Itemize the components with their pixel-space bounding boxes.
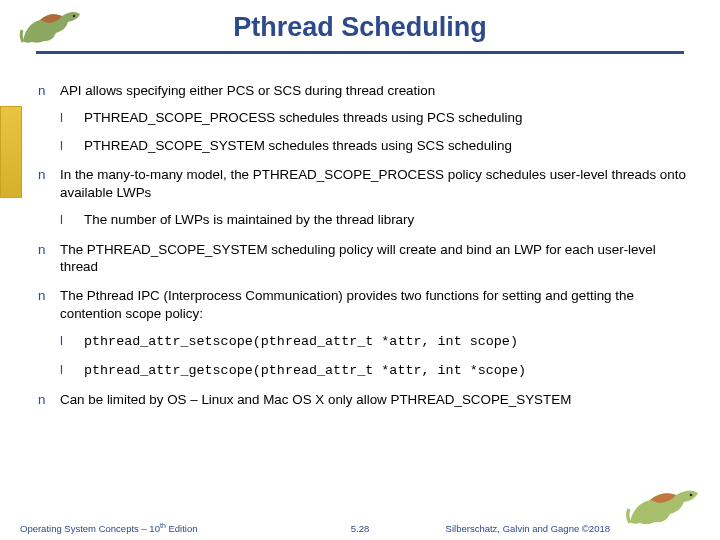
footer: Operating System Concepts – 10th Edition… <box>0 518 720 534</box>
title-underline <box>36 51 684 54</box>
bullet-2a: The number of LWPs is maintained by the … <box>60 211 692 228</box>
content-area: API allows specifying either PCS or SCS … <box>38 82 692 420</box>
bullet-3: The PTHREAD_SCOPE_SYSTEM scheduling poli… <box>38 241 692 276</box>
slide: Pthread Scheduling API allows specifying… <box>0 0 720 540</box>
footer-right: Silberschatz, Galvin and Gagne ©2018 <box>446 523 610 534</box>
gold-side-tab <box>0 106 22 198</box>
bullet-4-text: The Pthread IPC (Interprocess Communicat… <box>60 288 634 320</box>
footer-page-number: 5.28 <box>351 523 370 534</box>
code-getscope: pthread_attr_getscope(pthread_attr_t *at… <box>84 363 526 378</box>
bullet-1-text: API allows specifying either PCS or SCS … <box>60 83 435 98</box>
bullet-2: In the many-to-many model, the PTHREAD_S… <box>38 166 692 228</box>
bullet-5: Can be limited by OS – Linux and Mac OS … <box>38 391 692 408</box>
footer-left-a: Operating System Concepts – 10 <box>20 523 160 534</box>
bullet-1: API allows specifying either PCS or SCS … <box>38 82 692 154</box>
footer-left: Operating System Concepts – 10th Edition <box>20 522 197 534</box>
footer-left-c: Edition <box>166 523 198 534</box>
bullet-1a: PTHREAD_SCOPE_PROCESS schedules threads … <box>60 109 692 126</box>
code-setscope: pthread_attr_setscope(pthread_attr_t *at… <box>84 334 518 349</box>
svg-point-1 <box>690 494 693 497</box>
bullet-2-text: In the many-to-many model, the PTHREAD_S… <box>60 167 686 199</box>
bullet-4a: pthread_attr_setscope(pthread_attr_t *at… <box>60 332 692 350</box>
slide-title: Pthread Scheduling <box>0 0 720 43</box>
bullet-4b: pthread_attr_getscope(pthread_attr_t *at… <box>60 361 692 379</box>
bullet-4: The Pthread IPC (Interprocess Communicat… <box>38 287 692 379</box>
bullet-1b: PTHREAD_SCOPE_SYSTEM schedules threads u… <box>60 137 692 154</box>
